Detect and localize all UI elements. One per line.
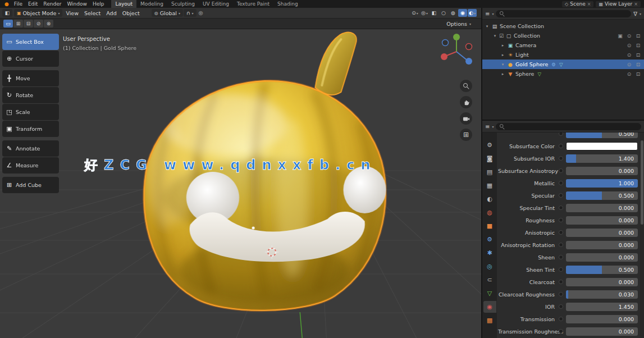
tool-move[interactable]: ╋Move	[2, 70, 59, 86]
snap-toggle[interactable]: ∩ ▾	[184, 9, 197, 17]
properties-tab-world[interactable]: ◍	[483, 207, 496, 218]
properties-tab-physics[interactable]: ◎	[483, 261, 496, 272]
animate-property-dot[interactable]	[559, 230, 563, 235]
show-gizmo-button[interactable]: ⊙▾	[410, 9, 419, 17]
properties-tab-constraints[interactable]: ⊂	[483, 274, 496, 286]
metallic-slider[interactable]: 1.000	[566, 179, 638, 188]
properties-tab-material[interactable]: ◉	[483, 301, 496, 313]
tool-annotate[interactable]: ✎Annotate	[2, 140, 59, 157]
shading-wireframe-button[interactable]: ○	[439, 9, 448, 17]
specular-slider[interactable]: 0.500	[566, 191, 638, 200]
shading-solid-button[interactable]: ◍	[449, 9, 458, 17]
subsurface-ior-slider[interactable]: 1.400	[566, 154, 638, 163]
animate-property-dot[interactable]	[559, 317, 563, 321]
outliner-row-light[interactable]: ▸☀Light⊙⊡	[482, 50, 644, 60]
filter-funnel-icon[interactable]: ∇	[633, 11, 637, 17]
navigation-gizmo[interactable]	[439, 31, 474, 67]
camera-visibility-icon[interactable]: ⊡	[634, 62, 642, 67]
camera-view-button[interactable]	[460, 112, 472, 125]
exclude-checkbox-icon[interactable]: ☑	[499, 33, 504, 39]
properties-search[interactable]	[496, 123, 641, 130]
subsurface-anisotropy-slider[interactable]: 0.000	[566, 167, 638, 175]
viewport-menu-add[interactable]: Add	[103, 8, 119, 18]
select-mode-subtract-button[interactable]: ⊟	[24, 20, 33, 28]
shading-material-button[interactable]: ◉	[458, 9, 467, 17]
outliner-search-input[interactable]	[508, 11, 628, 16]
properties-editor-icon[interactable]: ≡	[485, 124, 490, 130]
properties-tab-texture[interactable]: ▩	[483, 314, 496, 326]
transform-orientation-dropdown[interactable]: ◍ Global ▾	[152, 9, 183, 17]
animate-property-dot[interactable]	[559, 168, 563, 173]
overlays-button[interactable]: ◎▾	[420, 9, 429, 17]
workspace-tab-layout[interactable]: Layout	[111, 0, 136, 8]
tool-select-box[interactable]: ▭Select Box	[2, 34, 59, 50]
animate-property-dot[interactable]	[559, 280, 563, 284]
roughness-slider[interactable]: 0.000	[566, 216, 638, 225]
properties-tab-particles[interactable]: ✱	[483, 247, 496, 259]
clearcoat-roughness-slider[interactable]: 0.030	[566, 290, 638, 299]
hide-eye-icon[interactable]: ⊙	[625, 52, 633, 58]
properties-tab-render[interactable]: ◙	[483, 153, 496, 165]
outliner-editor-icon[interactable]: ≡	[485, 11, 490, 17]
view-layer-selector[interactable]: ▦ View Layer ×	[596, 1, 641, 7]
expand-arrow-icon[interactable]: ▸	[500, 53, 505, 57]
select-mode-new-button[interactable]: ▭	[3, 20, 13, 28]
animate-property-dot[interactable]	[559, 144, 563, 148]
subsurface-color-swatch[interactable]	[566, 142, 638, 150]
workspace-tab-uv-editing[interactable]: UV Editing	[199, 0, 233, 8]
properties-tab-view-layer[interactable]: ▦	[483, 180, 496, 191]
hide-eye-icon[interactable]: ⊙	[625, 43, 633, 48]
toggle-ortho-button[interactable]: ⊞	[460, 129, 472, 141]
animate-property-dot[interactable]	[559, 267, 563, 272]
workspace-tab-texture-paint[interactable]: Texture Paint	[233, 0, 273, 8]
blender-logo-icon[interactable]: ●	[4, 1, 9, 7]
anisotropic-slider[interactable]: 0.000	[566, 229, 638, 237]
toggle-xray-button[interactable]: ◧	[430, 9, 439, 17]
pan-button[interactable]	[460, 96, 472, 108]
outliner-row-scene-collection[interactable]: ▾▤Scene Collection	[482, 21, 644, 31]
editor-type-icon[interactable]: ◧	[2, 9, 12, 17]
tool-transform[interactable]: ▣Transform	[2, 121, 59, 137]
transmission-slider[interactable]: 0.000	[566, 315, 638, 323]
menu-file[interactable]: File	[11, 0, 25, 8]
mode-dropdown[interactable]: ▣ Object Mode ▾	[14, 9, 62, 17]
clearcoat-slider[interactable]: 0.000	[566, 278, 638, 286]
animate-property-dot[interactable]	[559, 255, 563, 259]
scrollbar-thumb[interactable]	[641, 140, 643, 225]
transmission-roughness-slider[interactable]: 0.000	[566, 327, 638, 336]
animate-property-dot[interactable]	[559, 181, 563, 185]
animate-property-dot[interactable]	[559, 304, 563, 309]
menu-help[interactable]: Help	[90, 0, 107, 8]
animate-property-dot[interactable]	[559, 193, 563, 198]
hide-eye-icon[interactable]: ⊙	[625, 62, 633, 67]
sheen-tint-slider[interactable]: 0.500	[566, 266, 638, 274]
selectable-icon[interactable]: ▣	[616, 33, 624, 39]
outliner-row-camera[interactable]: ▸▣Camera⊙⊡	[482, 40, 644, 50]
workspace-tab-shading[interactable]: Shading	[273, 0, 302, 8]
camera-visibility-icon[interactable]: ⊡	[634, 52, 642, 58]
animate-property-dot[interactable]	[559, 205, 563, 210]
menu-render[interactable]: Render	[40, 0, 64, 8]
sheen-slider[interactable]: 0.000	[566, 253, 638, 262]
animate-property-dot[interactable]	[559, 292, 563, 296]
animate-property-dot[interactable]	[559, 243, 563, 247]
expand-arrow-icon[interactable]: ▸	[500, 72, 505, 76]
viewport-menu-view[interactable]: View	[63, 8, 81, 18]
tool-scale[interactable]: ◳Scale	[2, 104, 59, 120]
viewport-menu-select[interactable]: Select	[81, 8, 103, 18]
menu-window[interactable]: Window	[64, 0, 90, 8]
camera-visibility-icon[interactable]: ⊡	[634, 43, 642, 48]
animate-property-dot[interactable]	[559, 329, 563, 334]
tool-add-cube[interactable]: ⊞Add Cube	[2, 177, 59, 193]
properties-tab-modifiers[interactable]: ⚙	[483, 234, 496, 245]
options-dropdown[interactable]: Options ▾	[446, 21, 471, 27]
zoom-button[interactable]	[460, 80, 472, 92]
anisotropic-rotation-slider[interactable]: 0.000	[566, 241, 638, 249]
select-mode-extend-button[interactable]: ⊞	[13, 20, 23, 28]
expand-arrow-icon[interactable]: ▾	[492, 34, 497, 38]
camera-visibility-icon[interactable]: ⊡	[634, 71, 642, 77]
specular-tint-slider[interactable]: 0.000	[566, 204, 638, 212]
properties-tab-scene[interactable]: ◐	[483, 193, 496, 205]
properties-search-input[interactable]	[508, 124, 638, 129]
tool-rotate[interactable]: ↻Rotate	[2, 87, 59, 103]
